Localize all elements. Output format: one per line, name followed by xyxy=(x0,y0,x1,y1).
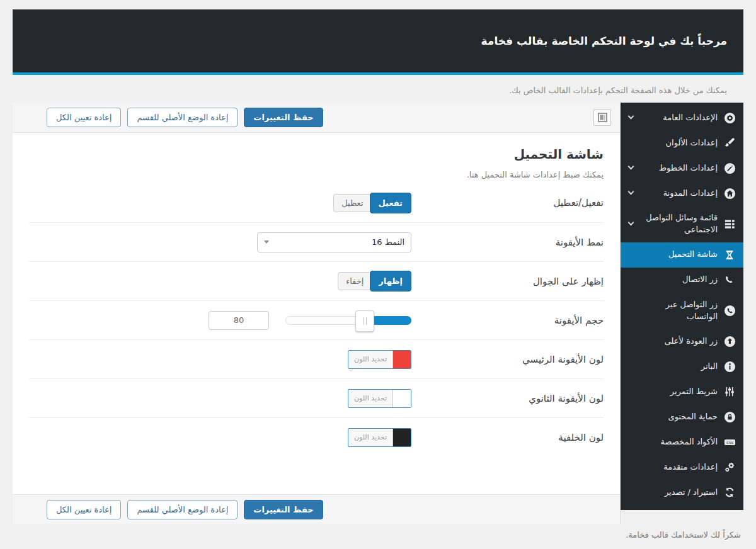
sidebar-item-call-button[interactable]: زر الاتصال xyxy=(621,268,743,293)
settings-main: شاشة التحميل يمكنك ضبط إعدادات شاشة التح… xyxy=(13,133,620,494)
primary-color-button[interactable]: تحديد اللون xyxy=(348,351,393,368)
sidebar-item-back-to-top[interactable]: زر العودة لأعلى xyxy=(621,329,743,354)
sidebar-item-whatsapp-button[interactable]: زر التواصل عبر الواتساب xyxy=(621,293,743,329)
toolbar-buttons: حفظ التغييرات إعادة الوضع الأصلي للقسم إ… xyxy=(21,500,323,519)
gears-icon xyxy=(723,461,736,473)
sidebar-item-advanced-settings[interactable]: إعدادات متقدمة xyxy=(621,455,743,480)
top-toolbar: حفظ التغييرات إعادة الوضع الأصلي للقسم إ… xyxy=(13,103,620,133)
sidebar-item-blog-settings[interactable]: إعدادات المدونة xyxy=(621,181,743,206)
sidebar-item-label: قائمة وسائل التواصل الاجتماعي xyxy=(639,212,718,236)
setting-row-background-color: لون الخلفية تحديد اللون xyxy=(29,417,604,456)
intro-bar: يمكنك من خلال هذه الصفحة التحكم بإعدادات… xyxy=(13,77,743,103)
save-button-bottom[interactable]: حفظ التغييرات xyxy=(244,500,323,519)
secondary-color-button[interactable]: تحديد اللون xyxy=(348,390,393,407)
hourglass-icon xyxy=(723,249,736,261)
toolbar-buttons: حفظ التغييرات إعادة الوضع الأصلي للقسم إ… xyxy=(21,108,323,127)
chevron-down-icon xyxy=(628,189,634,195)
chevron-down-icon xyxy=(628,219,634,225)
sidebar-nav: الإعدادات العامة إعدادات الألوان إعدادات… xyxy=(621,103,743,510)
setting-label: تفعيل/تعطيل xyxy=(411,197,604,208)
sidebar: الإعدادات العامة إعدادات الألوان إعدادات… xyxy=(620,103,743,524)
setting-control: تحديد اللون xyxy=(29,350,411,369)
sidebar-item-label: زر الاتصال xyxy=(682,274,718,286)
enable-off-button[interactable]: تعطيل xyxy=(333,194,371,212)
sidebar-item-general-settings[interactable]: الإعدادات العامة xyxy=(621,105,743,130)
pencil-circle-icon xyxy=(723,162,736,174)
slider-grip xyxy=(366,317,367,325)
slider-grip xyxy=(364,317,364,325)
home-circle-icon xyxy=(723,187,736,200)
setting-control xyxy=(29,311,411,330)
reset-section-button[interactable]: إعادة الوضع الأصلي للقسم xyxy=(127,108,238,127)
setting-row-enable: تفعيل/تعطيل تفعيل تعطيل xyxy=(29,183,604,222)
sliders-icon xyxy=(723,385,736,398)
main-panel: الإعدادات العامة إعدادات الألوان إعدادات… xyxy=(13,103,743,524)
section-title: شاشة التحميل xyxy=(29,147,604,162)
sidebar-item-label: شريط التمرير xyxy=(670,386,718,398)
sidebar-item-custom-codes[interactable]: css الأكواد المخصصة xyxy=(621,429,743,455)
secondary-color-swatch[interactable] xyxy=(393,390,411,407)
icon-size-input[interactable] xyxy=(209,311,269,330)
background-color-swatch[interactable] xyxy=(393,429,411,446)
setting-row-show-mobile: إظهار على الجوال إظهار إخفاء xyxy=(29,261,604,300)
setting-label: إظهار على الجوال xyxy=(411,276,604,287)
screen-preview-icon[interactable] xyxy=(593,109,611,126)
slider-fill xyxy=(371,316,411,325)
reset-all-button-bottom[interactable]: إعادة تعيين الكل xyxy=(47,500,121,519)
arrow-up-circle-icon xyxy=(723,335,736,348)
setting-control: النمط 16 xyxy=(29,232,411,252)
icon-size-slider[interactable] xyxy=(285,316,411,325)
svg-text:css: css xyxy=(726,440,733,444)
reset-all-button[interactable]: إعادة تعيين الكل xyxy=(47,108,121,127)
sidebar-item-social-media[interactable]: قائمة وسائل التواصل الاجتماعي xyxy=(621,206,743,242)
save-button[interactable]: حفظ التغييرات xyxy=(244,108,323,127)
setting-label: حجم الأيقونة xyxy=(411,315,604,326)
sidebar-item-label: الأكواد المخصصة xyxy=(661,436,718,448)
sync-icon xyxy=(723,486,736,499)
mobile-show-button[interactable]: إظهار xyxy=(370,271,411,291)
sidebar-item-import-export[interactable]: استيراد / تصدير xyxy=(621,480,743,505)
sidebar-item-color-settings[interactable]: إعدادات الألوان xyxy=(621,130,743,156)
slider-handle[interactable] xyxy=(355,310,374,332)
list-icon xyxy=(723,218,736,230)
sidebar-item-label: البانر xyxy=(701,361,718,373)
css-icon: css xyxy=(723,436,736,448)
background-color-picker: تحديد اللون xyxy=(348,428,411,447)
sidebar-item-loading-screen[interactable]: شاشة التحميل xyxy=(621,242,743,268)
sidebar-item-label: إعدادات الألوان xyxy=(666,137,718,149)
enable-toggle: تفعيل تعطيل xyxy=(333,193,411,213)
background-color-button[interactable]: تحديد اللون xyxy=(348,429,393,446)
gear-circle-icon xyxy=(723,111,736,124)
secondary-color-picker: تحديد اللون xyxy=(348,389,411,408)
sidebar-item-banner[interactable]: البانر xyxy=(621,354,743,379)
sidebar-item-label: استيراد / تصدير xyxy=(665,487,718,499)
phone-circle-icon xyxy=(723,305,736,317)
mobile-hide-button[interactable]: إخفاء xyxy=(338,272,372,290)
primary-color-swatch[interactable] xyxy=(393,351,411,368)
enable-on-button[interactable]: تفعيل xyxy=(370,193,412,213)
setting-row-secondary-color: لون الأيقونة الثانوي تحديد اللون xyxy=(29,378,604,417)
sidebar-item-label: الإعدادات العامة xyxy=(663,112,718,124)
chevron-down-icon xyxy=(628,113,634,120)
icon-style-select[interactable]: النمط 16 xyxy=(257,232,411,252)
sidebar-item-slider[interactable]: شريط التمرير xyxy=(621,379,743,404)
chevron-down-icon xyxy=(264,241,269,244)
primary-color-picker: تحديد اللون xyxy=(348,350,411,369)
chevron-down-icon xyxy=(628,164,634,170)
bottom-toolbar: حفظ التغييرات إعادة الوضع الأصلي للقسم إ… xyxy=(13,494,620,524)
setting-row-icon-style: نمط الأيقونة النمط 16 xyxy=(29,222,604,261)
sidebar-item-font-settings[interactable]: إعدادات الخطوط xyxy=(621,156,743,181)
setting-label: لون الخلفية xyxy=(411,432,604,443)
reset-section-button-bottom[interactable]: إعادة الوضع الأصلي للقسم xyxy=(127,500,238,519)
sidebar-item-label: إعدادات المدونة xyxy=(663,188,718,200)
section-description: يمكنك ضبط إعدادات شاشة التحميل هنا. xyxy=(29,170,604,179)
footer-thanks-text: شكراً لك لاستخدامك قالب فخامة. xyxy=(626,530,741,540)
sidebar-item-label: إعدادات الخطوط xyxy=(659,162,718,174)
sidebar-item-label: إعدادات متقدمة xyxy=(663,461,718,473)
setting-control: تفعيل تعطيل xyxy=(29,193,411,213)
sidebar-item-label: شاشة التحميل xyxy=(668,249,718,261)
setting-control: تحديد اللون xyxy=(29,428,411,447)
setting-control: إظهار إخفاء xyxy=(29,271,411,291)
setting-row-icon-size: حجم الأيقونة xyxy=(29,300,604,339)
sidebar-item-content-protection[interactable]: حماية المحتوى xyxy=(621,404,743,429)
